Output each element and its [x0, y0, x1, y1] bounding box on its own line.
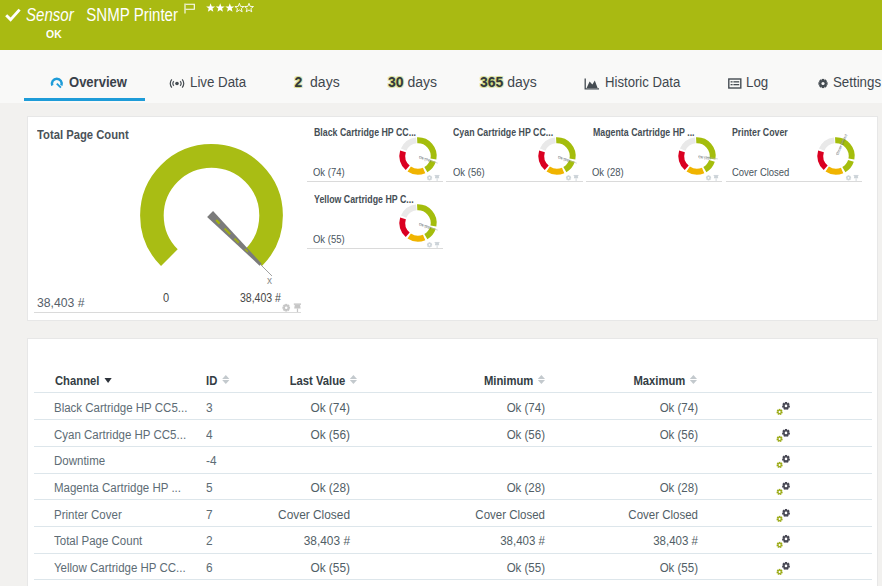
svg-text:Ok (56): Ok (56)	[558, 155, 571, 163]
svg-text:Ok (74): Ok (74)	[418, 155, 431, 163]
svg-text:Ok (28): Ok (28)	[698, 155, 711, 161]
svg-text:x: x	[267, 275, 272, 286]
svg-text:Ok (55): Ok (55)	[418, 222, 431, 230]
